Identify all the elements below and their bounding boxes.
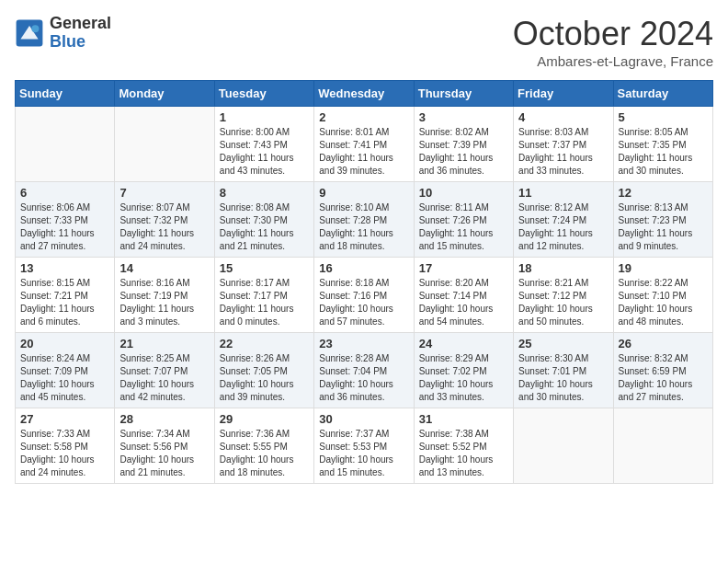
calendar-cell: 13Sunrise: 8:15 AMSunset: 7:21 PMDayligh… <box>16 258 115 333</box>
calendar-cell <box>613 408 712 484</box>
day-info: Sunrise: 8:20 AMSunset: 7:14 PMDaylight:… <box>419 277 508 328</box>
calendar-cell: 10Sunrise: 8:11 AMSunset: 7:26 PMDayligh… <box>414 182 513 258</box>
calendar-cell: 2Sunrise: 8:01 AMSunset: 7:41 PMDaylight… <box>314 107 414 182</box>
day-number: 9 <box>319 186 408 200</box>
day-info: Sunrise: 8:24 AMSunset: 7:09 PMDaylight:… <box>20 352 109 404</box>
calendar-cell: 23Sunrise: 8:28 AMSunset: 7:04 PMDayligh… <box>314 333 414 408</box>
calendar-cell: 18Sunrise: 8:21 AMSunset: 7:12 PMDayligh… <box>514 258 613 333</box>
calendar-cell: 31Sunrise: 7:38 AMSunset: 5:52 PMDayligh… <box>414 408 513 484</box>
logo: General Blue <box>15 15 111 52</box>
calendar-cell: 21Sunrise: 8:25 AMSunset: 7:07 PMDayligh… <box>115 333 214 408</box>
logo-general: General <box>50 15 111 33</box>
calendar-cell: 19Sunrise: 8:22 AMSunset: 7:10 PMDayligh… <box>613 258 712 333</box>
calendar-cell: 15Sunrise: 8:17 AMSunset: 7:17 PMDayligh… <box>214 258 313 333</box>
day-info: Sunrise: 8:25 AMSunset: 7:07 PMDaylight:… <box>119 352 209 404</box>
day-info: Sunrise: 8:10 AMSunset: 7:28 PMDaylight:… <box>319 201 408 253</box>
calendar-week-1: 1Sunrise: 8:00 AMSunset: 7:43 PMDaylight… <box>16 107 713 182</box>
calendar-cell: 22Sunrise: 8:26 AMSunset: 7:05 PMDayligh… <box>214 333 313 408</box>
weekday-header-thursday: Thursday <box>414 81 513 107</box>
day-info: Sunrise: 7:34 AMSunset: 5:56 PMDaylight:… <box>119 428 209 479</box>
calendar-cell: 20Sunrise: 8:24 AMSunset: 7:09 PMDayligh… <box>16 333 115 408</box>
calendar-week-4: 20Sunrise: 8:24 AMSunset: 7:09 PMDayligh… <box>16 333 713 408</box>
day-number: 30 <box>319 412 408 426</box>
day-number: 4 <box>518 110 608 124</box>
day-number: 14 <box>119 261 209 275</box>
calendar-cell: 24Sunrise: 8:29 AMSunset: 7:02 PMDayligh… <box>414 333 513 408</box>
day-info: Sunrise: 8:06 AMSunset: 7:33 PMDaylight:… <box>20 201 109 253</box>
calendar-week-5: 27Sunrise: 7:33 AMSunset: 5:58 PMDayligh… <box>16 408 713 484</box>
day-number: 27 <box>20 412 109 426</box>
day-number: 28 <box>119 412 209 426</box>
calendar-cell <box>115 107 214 182</box>
day-info: Sunrise: 8:01 AMSunset: 7:41 PMDaylight:… <box>319 126 408 178</box>
day-number: 19 <box>619 261 708 275</box>
day-info: Sunrise: 8:05 AMSunset: 7:35 PMDaylight:… <box>619 126 708 178</box>
logo-blue: Blue <box>50 33 111 52</box>
title-block: October 2024 Ambares-et-Lagrave, France <box>513 15 713 69</box>
weekday-header-wednesday: Wednesday <box>314 81 414 107</box>
day-info: Sunrise: 8:17 AMSunset: 7:17 PMDaylight:… <box>220 277 309 328</box>
calendar-cell: 9Sunrise: 8:10 AMSunset: 7:28 PMDaylight… <box>314 182 414 258</box>
calendar-cell: 25Sunrise: 8:30 AMSunset: 7:01 PMDayligh… <box>514 333 613 408</box>
day-number: 6 <box>20 186 109 200</box>
calendar-cell <box>16 107 115 182</box>
day-info: Sunrise: 8:22 AMSunset: 7:10 PMDaylight:… <box>619 277 708 328</box>
calendar-cell: 29Sunrise: 7:36 AMSunset: 5:55 PMDayligh… <box>214 408 313 484</box>
calendar-table: SundayMondayTuesdayWednesdayThursdayFrid… <box>15 80 713 484</box>
weekday-header-tuesday: Tuesday <box>214 81 313 107</box>
day-number: 23 <box>319 337 408 350</box>
day-info: Sunrise: 7:33 AMSunset: 5:58 PMDaylight:… <box>20 428 109 479</box>
day-number: 31 <box>419 412 508 426</box>
day-info: Sunrise: 8:00 AMSunset: 7:43 PMDaylight:… <box>220 126 309 178</box>
logo-icon <box>15 18 44 48</box>
day-number: 22 <box>220 337 309 350</box>
day-number: 25 <box>518 337 608 350</box>
calendar-cell: 8Sunrise: 8:08 AMSunset: 7:30 PMDaylight… <box>214 182 313 258</box>
day-info: Sunrise: 7:37 AMSunset: 5:53 PMDaylight:… <box>319 428 408 479</box>
calendar-cell: 6Sunrise: 8:06 AMSunset: 7:33 PMDaylight… <box>16 182 115 258</box>
calendar-cell: 14Sunrise: 8:16 AMSunset: 7:19 PMDayligh… <box>115 258 214 333</box>
day-number: 18 <box>518 261 608 275</box>
day-number: 3 <box>419 110 508 124</box>
weekday-header-saturday: Saturday <box>613 81 712 107</box>
calendar-cell: 5Sunrise: 8:05 AMSunset: 7:35 PMDaylight… <box>613 107 712 182</box>
calendar-cell <box>514 408 613 484</box>
day-info: Sunrise: 8:15 AMSunset: 7:21 PMDaylight:… <box>20 277 109 328</box>
calendar-cell: 26Sunrise: 8:32 AMSunset: 6:59 PMDayligh… <box>613 333 712 408</box>
day-info: Sunrise: 8:02 AMSunset: 7:39 PMDaylight:… <box>419 126 508 178</box>
day-info: Sunrise: 7:38 AMSunset: 5:52 PMDaylight:… <box>419 428 508 479</box>
calendar-cell: 11Sunrise: 8:12 AMSunset: 7:24 PMDayligh… <box>514 182 613 258</box>
day-info: Sunrise: 8:12 AMSunset: 7:24 PMDaylight:… <box>518 201 608 253</box>
day-info: Sunrise: 8:28 AMSunset: 7:04 PMDaylight:… <box>319 352 408 404</box>
day-number: 20 <box>20 337 109 350</box>
day-number: 16 <box>319 261 408 275</box>
svg-point-2 <box>31 25 39 32</box>
day-number: 21 <box>119 337 209 350</box>
day-info: Sunrise: 8:32 AMSunset: 6:59 PMDaylight:… <box>619 352 708 404</box>
day-info: Sunrise: 8:16 AMSunset: 7:19 PMDaylight:… <box>119 277 209 328</box>
day-info: Sunrise: 8:26 AMSunset: 7:05 PMDaylight:… <box>220 352 309 404</box>
day-number: 10 <box>419 186 508 200</box>
day-info: Sunrise: 8:29 AMSunset: 7:02 PMDaylight:… <box>419 352 508 404</box>
day-number: 8 <box>220 186 309 200</box>
day-info: Sunrise: 8:03 AMSunset: 7:37 PMDaylight:… <box>518 126 608 178</box>
location: Ambares-et-Lagrave, France <box>513 53 713 69</box>
day-number: 11 <box>518 186 608 200</box>
weekday-header-friday: Friday <box>514 81 613 107</box>
calendar-cell: 1Sunrise: 8:00 AMSunset: 7:43 PMDaylight… <box>214 107 313 182</box>
calendar-week-2: 6Sunrise: 8:06 AMSunset: 7:33 PMDaylight… <box>16 182 713 258</box>
calendar-cell: 12Sunrise: 8:13 AMSunset: 7:23 PMDayligh… <box>613 182 712 258</box>
calendar-cell: 30Sunrise: 7:37 AMSunset: 5:53 PMDayligh… <box>314 408 414 484</box>
month-title: October 2024 <box>513 15 713 53</box>
weekday-header-row: SundayMondayTuesdayWednesdayThursdayFrid… <box>16 81 713 107</box>
day-info: Sunrise: 8:18 AMSunset: 7:16 PMDaylight:… <box>319 277 408 328</box>
calendar-cell: 4Sunrise: 8:03 AMSunset: 7:37 PMDaylight… <box>514 107 613 182</box>
calendar-cell: 7Sunrise: 8:07 AMSunset: 7:32 PMDaylight… <box>115 182 214 258</box>
calendar-cell: 3Sunrise: 8:02 AMSunset: 7:39 PMDaylight… <box>414 107 513 182</box>
day-number: 1 <box>220 110 309 124</box>
day-info: Sunrise: 8:11 AMSunset: 7:26 PMDaylight:… <box>419 201 508 253</box>
weekday-header-monday: Monday <box>115 81 214 107</box>
calendar-week-3: 13Sunrise: 8:15 AMSunset: 7:21 PMDayligh… <box>16 258 713 333</box>
day-number: 2 <box>319 110 408 124</box>
day-number: 17 <box>419 261 508 275</box>
